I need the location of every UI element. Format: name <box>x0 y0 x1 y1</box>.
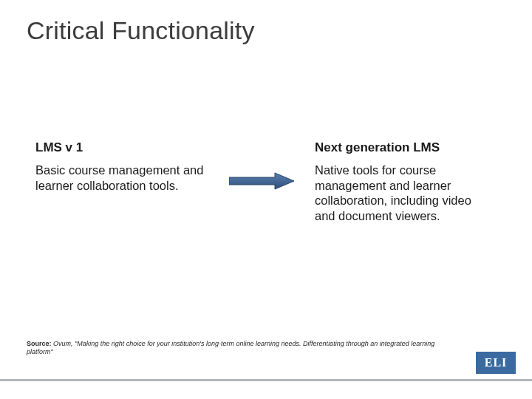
slide-title: Critical Functionality <box>27 16 255 45</box>
svg-marker-0 <box>229 173 294 189</box>
eli-logo: ELI <box>476 352 516 374</box>
left-heading: LMS v 1 <box>35 140 205 155</box>
column-right: Next generation LMS Native tools for cou… <box>315 140 485 224</box>
right-heading: Next generation LMS <box>315 140 485 155</box>
source-label: Source: <box>27 340 52 347</box>
eli-logo-text: ELI <box>485 356 508 369</box>
column-left: LMS v 1 Basic course management and lear… <box>35 140 205 193</box>
footer-divider <box>0 379 532 381</box>
left-body: Basic course management and learner coll… <box>35 163 205 193</box>
source-text: Ovum, "Making the right choice for your … <box>27 340 434 355</box>
slide: Critical Functionality LMS v 1 Basic cou… <box>0 0 532 399</box>
arrow-icon <box>229 171 296 191</box>
right-body: Native tools for course management and l… <box>315 163 485 224</box>
source-citation: Source: Ovum, "Making the right choice f… <box>27 340 451 356</box>
